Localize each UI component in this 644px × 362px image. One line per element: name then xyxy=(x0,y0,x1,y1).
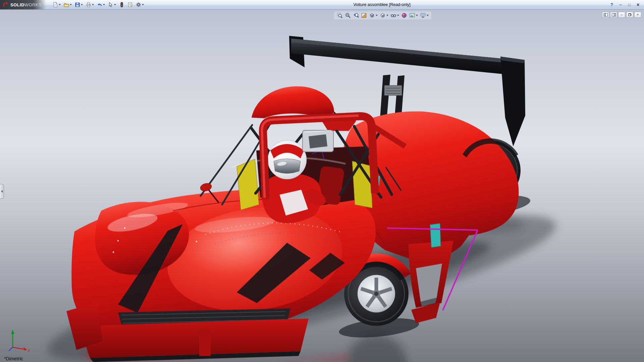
new-document-icon xyxy=(53,2,58,7)
display-style-button[interactable] xyxy=(379,12,389,19)
view-orientation-icon xyxy=(369,12,375,18)
display-style-icon xyxy=(380,12,386,18)
zoom-to-fit-button[interactable] xyxy=(336,12,343,19)
zoom-to-fit-icon xyxy=(337,12,343,18)
zoom-to-area-button[interactable] xyxy=(344,12,351,19)
file-properties-icon xyxy=(127,2,133,7)
chevron-down-icon[interactable] xyxy=(70,4,72,5)
splitter-pylon xyxy=(199,330,211,356)
apply-scene-icon xyxy=(409,12,415,18)
undo-icon xyxy=(97,2,102,7)
close-button[interactable]: × xyxy=(634,2,642,8)
doc-restore-button[interactable] xyxy=(626,12,633,18)
view-settings-button[interactable] xyxy=(420,12,429,19)
save-icon xyxy=(75,2,80,7)
zoom-to-area-icon xyxy=(345,12,351,18)
chevron-down-icon[interactable] xyxy=(376,15,378,16)
split-pane-left-button[interactable] xyxy=(602,12,609,18)
save-button[interactable] xyxy=(74,1,84,8)
maximize-button[interactable]: □ xyxy=(626,2,633,8)
orientation-label: *Dimetric xyxy=(4,356,23,361)
chevron-down-icon[interactable] xyxy=(427,15,429,16)
previous-view-button[interactable] xyxy=(353,12,359,19)
reference-triad: X xyxy=(5,327,32,354)
heads-up-view-toolbar xyxy=(334,11,431,19)
solidworks-logo: SOLIDWORKS xyxy=(0,0,46,9)
chevron-down-icon[interactable] xyxy=(397,15,399,16)
rebuild-icon xyxy=(119,2,124,7)
section-view-button[interactable] xyxy=(361,12,367,19)
rebuild-button[interactable] xyxy=(118,1,125,8)
triad-x-label: X xyxy=(28,349,30,353)
visor xyxy=(274,159,301,174)
brand-text: SOLIDWORKS xyxy=(10,2,42,7)
panel-collapse-tab[interactable] xyxy=(0,184,4,199)
graphics-area[interactable]: – × X *Dimetric xyxy=(0,10,644,362)
options-button[interactable] xyxy=(135,1,145,8)
section-view-icon xyxy=(361,12,367,18)
view-settings-icon xyxy=(420,12,426,18)
solidworks-logo-icon xyxy=(3,2,8,8)
help-button[interactable]: ? xyxy=(608,2,615,8)
apply-scene-button[interactable] xyxy=(409,12,418,19)
print-icon xyxy=(86,2,91,7)
window-title: Voiture assomblee [Read-only] xyxy=(353,2,410,7)
file-properties-button[interactable] xyxy=(126,1,134,8)
select-cursor-icon xyxy=(108,2,113,7)
undo-button[interactable] xyxy=(96,1,106,8)
select-button[interactable] xyxy=(107,1,117,8)
chevron-down-icon[interactable] xyxy=(59,4,61,5)
3d-model-canvas[interactable] xyxy=(0,10,644,362)
camera-box[interactable] xyxy=(303,130,333,152)
chevron-down-icon[interactable] xyxy=(416,15,418,16)
chevron-left-icon xyxy=(1,190,3,193)
split-pane-left-icon xyxy=(604,13,608,16)
view-orientation-button[interactable] xyxy=(369,12,378,19)
side-window[interactable] xyxy=(430,223,441,247)
hide-show-items-button[interactable] xyxy=(390,12,399,19)
print-button[interactable] xyxy=(85,1,95,8)
chevron-down-icon[interactable] xyxy=(81,4,83,5)
standard-toolbar xyxy=(52,1,145,8)
edit-appearance-button[interactable] xyxy=(401,12,408,19)
solidworks-window: SOLIDWORKS xyxy=(0,0,644,362)
open-button[interactable] xyxy=(63,1,73,8)
chevron-down-icon[interactable] xyxy=(142,4,144,5)
chevron-down-icon[interactable] xyxy=(386,15,388,16)
hide-show-items-icon xyxy=(390,12,396,18)
titlebar: SOLIDWORKS xyxy=(0,0,644,10)
restore-icon xyxy=(628,13,631,16)
split-pane-right-button[interactable] xyxy=(610,12,617,18)
chevron-down-icon[interactable] xyxy=(103,4,105,5)
document-window-controls: – × xyxy=(602,12,641,18)
minimize-button[interactable]: – xyxy=(617,2,624,8)
window-controls: ? – □ × xyxy=(608,2,644,8)
chevron-down-icon[interactable] xyxy=(92,4,94,5)
yellow-panel-left xyxy=(237,159,259,210)
doc-close-button[interactable]: × xyxy=(634,12,641,18)
new-document-button[interactable] xyxy=(52,1,62,8)
previous-view-icon xyxy=(353,12,359,18)
chevron-down-icon[interactable] xyxy=(114,4,116,5)
doc-minimize-button[interactable]: – xyxy=(618,12,625,18)
open-folder-icon xyxy=(64,2,69,7)
edit-appearance-icon xyxy=(401,12,407,18)
split-pane-right-icon xyxy=(612,13,616,16)
options-gear-icon xyxy=(136,2,141,7)
